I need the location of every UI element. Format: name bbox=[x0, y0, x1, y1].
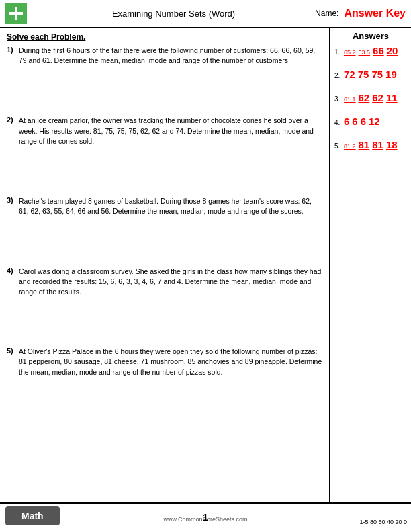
main-container: Solve each Problem. 1) During the first … bbox=[0, 28, 411, 502]
answer-row-3-values: 61.1 62 62 11 bbox=[344, 92, 398, 103]
answer-row-2-values: 72 75 75 19 bbox=[344, 69, 397, 80]
ans-3-mode: 62 bbox=[372, 92, 383, 103]
problem-3-text: Rachel's team played 8 games of basketba… bbox=[19, 196, 322, 257]
problem-4-text: Carol was doing a classroom survey. She … bbox=[19, 267, 322, 338]
ans-3-median: 62 bbox=[359, 92, 370, 103]
ans-2-mean: 72 bbox=[344, 69, 355, 80]
problem-4: 4) Carol was doing a classroom survey. S… bbox=[7, 267, 322, 338]
problem-1: 1) During the first 6 hours of the fair … bbox=[7, 46, 322, 106]
answer-row-4: 4. 6 6 6 12 bbox=[334, 116, 407, 127]
footer-page-number: 1 bbox=[203, 512, 208, 523]
answer-row-3: 3. 61.1 62 62 11 bbox=[334, 92, 407, 103]
logo-icon bbox=[5, 3, 27, 24]
name-label: Name: bbox=[315, 9, 338, 18]
answer-row-1: 1. 65.2 63.5 66 20 bbox=[334, 45, 407, 56]
answer-row-1-values: 65.2 63.5 66 20 bbox=[344, 45, 398, 56]
answers-section: Answers 1. 65.2 63.5 66 20 2. 72 75 75 1… bbox=[330, 28, 411, 502]
math-badge: Math bbox=[5, 506, 60, 525]
problem-2-number: 2) bbox=[7, 116, 19, 187]
answer-row-4-num: 4. bbox=[334, 119, 344, 126]
page-title: Examining Number Sets (Word) bbox=[32, 9, 315, 19]
answer-row-5: 5. 81.2 81 81 18 bbox=[334, 139, 407, 150]
problem-5: 5) At Oliver's Pizza Palace in the 6 hou… bbox=[7, 347, 322, 418]
ans-5-median: 81 bbox=[359, 139, 370, 150]
problem-1-number: 1) bbox=[7, 46, 19, 106]
page-header: Examining Number Sets (Word) Name: Answe… bbox=[0, 0, 411, 28]
problem-3-number: 3) bbox=[7, 196, 19, 257]
ans-3-range: 11 bbox=[386, 92, 398, 103]
problem-3: 3) Rachel's team played 8 games of baske… bbox=[7, 196, 322, 257]
ans-5-range: 18 bbox=[386, 139, 398, 150]
problem-2-text: At an ice cream parlor, the owner was tr… bbox=[19, 116, 322, 187]
ans-5-mode: 81 bbox=[372, 139, 383, 150]
answer-key-label: Answer Key bbox=[344, 7, 406, 19]
ans-2-median: 75 bbox=[358, 69, 369, 80]
ans-1-range: 20 bbox=[387, 45, 398, 56]
solve-header: Solve each Problem. bbox=[7, 32, 322, 42]
answer-row-2: 2. 72 75 75 19 bbox=[334, 69, 407, 80]
svg-rect-1 bbox=[9, 12, 23, 15]
problem-5-text: At Oliver's Pizza Palace in the 6 hours … bbox=[19, 347, 322, 418]
problem-5-number: 5) bbox=[7, 347, 19, 418]
ans-1-median: 63.5 bbox=[359, 49, 371, 56]
footer-scale: 1-5 80 60 40 20 0 bbox=[359, 519, 407, 525]
ans-4-median: 6 bbox=[352, 116, 357, 127]
answer-row-3-num: 3. bbox=[334, 95, 344, 103]
answer-row-1-num: 1. bbox=[334, 48, 344, 56]
problem-1-text: During the first 6 hours of the fair the… bbox=[19, 46, 322, 106]
ans-3-mean: 61.1 bbox=[344, 96, 356, 103]
problem-4-number: 4) bbox=[7, 267, 19, 338]
answer-row-4-values: 6 6 6 12 bbox=[344, 116, 380, 127]
ans-4-mode: 6 bbox=[361, 116, 366, 127]
ans-5-mean: 81.2 bbox=[344, 143, 356, 150]
problems-section: Solve each Problem. 1) During the first … bbox=[0, 28, 330, 502]
answer-row-5-values: 81.2 81 81 18 bbox=[344, 139, 398, 150]
answer-row-2-num: 2. bbox=[334, 72, 344, 79]
ans-4-range: 12 bbox=[369, 116, 380, 127]
ans-4-mean: 6 bbox=[344, 116, 349, 127]
problem-2: 2) At an ice cream parlor, the owner was… bbox=[7, 116, 322, 187]
ans-1-mode: 66 bbox=[373, 45, 384, 56]
page-footer: Math www.CommonCoreSheets.com 1 1-5 80 6… bbox=[0, 502, 411, 528]
ans-2-range: 19 bbox=[385, 69, 397, 80]
ans-2-mode: 75 bbox=[371, 69, 383, 80]
answers-title: Answers bbox=[334, 31, 407, 41]
answer-row-5-num: 5. bbox=[334, 142, 344, 150]
ans-1-mean: 65.2 bbox=[344, 49, 356, 56]
